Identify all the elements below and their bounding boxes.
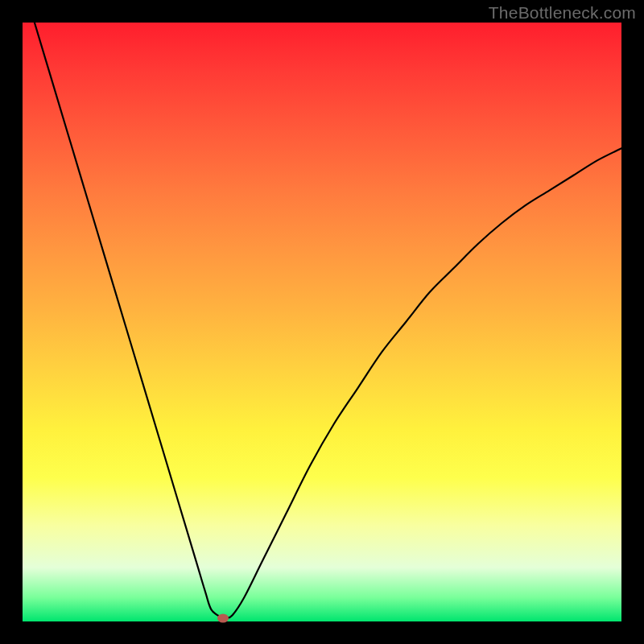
watermark-text: TheBottleneck.com <box>489 3 636 23</box>
chart-frame: TheBottleneck.com <box>0 0 644 644</box>
minimum-marker <box>217 613 229 622</box>
plot-area <box>23 23 621 621</box>
curve-svg <box>23 23 621 621</box>
curve-path <box>35 23 621 618</box>
